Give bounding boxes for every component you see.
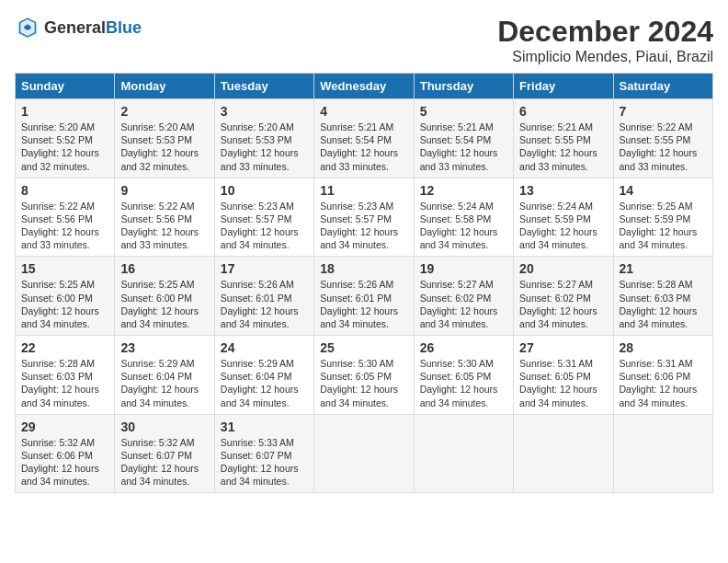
day-number: 11 bbox=[320, 183, 407, 198]
day-info: Sunrise: 5:22 AM Sunset: 5:56 PM Dayligh… bbox=[21, 200, 108, 252]
day-cell: 13 Sunrise: 5:24 AM Sunset: 5:59 PM Dayl… bbox=[514, 178, 613, 257]
header: GeneralBlue December 2024 Simplicio Mend… bbox=[15, 15, 713, 65]
day-info: Sunrise: 5:24 AM Sunset: 5:58 PM Dayligh… bbox=[420, 200, 507, 252]
day-info: Sunrise: 5:31 AM Sunset: 6:05 PM Dayligh… bbox=[519, 357, 607, 409]
day-info: Sunrise: 5:22 AM Sunset: 5:55 PM Dayligh… bbox=[620, 121, 707, 173]
day-cell: 24 Sunrise: 5:29 AM Sunset: 6:04 PM Dayl… bbox=[214, 336, 313, 415]
day-cell: 18 Sunrise: 5:26 AM Sunset: 6:01 PM Dayl… bbox=[314, 257, 414, 336]
day-cell: 9 Sunrise: 5:22 AM Sunset: 5:56 PM Dayli… bbox=[115, 178, 214, 257]
day-number: 1 bbox=[21, 104, 108, 119]
col-header-tuesday: Tuesday bbox=[214, 74, 313, 99]
day-cell: 19 Sunrise: 5:27 AM Sunset: 6:02 PM Dayl… bbox=[414, 257, 513, 336]
day-info: Sunrise: 5:29 AM Sunset: 6:04 PM Dayligh… bbox=[120, 357, 208, 409]
day-cell bbox=[613, 414, 712, 493]
day-cell: 14 Sunrise: 5:25 AM Sunset: 5:59 PM Dayl… bbox=[613, 178, 712, 257]
day-info: Sunrise: 5:20 AM Sunset: 5:52 PM Dayligh… bbox=[21, 121, 108, 173]
day-cell: 20 Sunrise: 5:27 AM Sunset: 6:02 PM Dayl… bbox=[514, 257, 613, 336]
day-number: 9 bbox=[120, 183, 208, 198]
day-info: Sunrise: 5:27 AM Sunset: 6:02 PM Dayligh… bbox=[519, 278, 607, 330]
day-info: Sunrise: 5:27 AM Sunset: 6:02 PM Dayligh… bbox=[420, 278, 507, 330]
day-info: Sunrise: 5:20 AM Sunset: 5:53 PM Dayligh… bbox=[120, 121, 208, 173]
day-info: Sunrise: 5:29 AM Sunset: 6:04 PM Dayligh… bbox=[221, 357, 308, 409]
day-number: 15 bbox=[21, 261, 108, 276]
day-cell: 1 Sunrise: 5:20 AM Sunset: 5:52 PM Dayli… bbox=[16, 99, 115, 178]
day-info: Sunrise: 5:21 AM Sunset: 5:54 PM Dayligh… bbox=[320, 121, 407, 173]
day-cell: 16 Sunrise: 5:25 AM Sunset: 6:00 PM Dayl… bbox=[115, 257, 214, 336]
day-cell: 27 Sunrise: 5:31 AM Sunset: 6:05 PM Dayl… bbox=[514, 336, 613, 415]
day-cell: 11 Sunrise: 5:23 AM Sunset: 5:57 PM Dayl… bbox=[314, 178, 414, 257]
day-cell: 12 Sunrise: 5:24 AM Sunset: 5:58 PM Dayl… bbox=[414, 178, 513, 257]
title-area: December 2024 Simplicio Mendes, Piaui, B… bbox=[497, 15, 713, 65]
day-number: 8 bbox=[21, 183, 108, 198]
day-info: Sunrise: 5:25 AM Sunset: 5:59 PM Dayligh… bbox=[620, 200, 707, 252]
day-cell: 3 Sunrise: 5:20 AM Sunset: 5:53 PM Dayli… bbox=[214, 99, 313, 178]
day-cell: 17 Sunrise: 5:26 AM Sunset: 6:01 PM Dayl… bbox=[214, 257, 313, 336]
day-number: 25 bbox=[320, 340, 407, 355]
col-header-monday: Monday bbox=[115, 74, 214, 99]
main-title: December 2024 bbox=[497, 15, 713, 49]
day-number: 12 bbox=[420, 183, 507, 198]
day-cell: 5 Sunrise: 5:21 AM Sunset: 5:54 PM Dayli… bbox=[414, 99, 513, 178]
day-cell: 30 Sunrise: 5:32 AM Sunset: 6:07 PM Dayl… bbox=[115, 414, 214, 493]
day-number: 5 bbox=[420, 104, 507, 119]
col-header-wednesday: Wednesday bbox=[314, 74, 414, 99]
day-info: Sunrise: 5:26 AM Sunset: 6:01 PM Dayligh… bbox=[320, 278, 407, 330]
day-info: Sunrise: 5:21 AM Sunset: 5:55 PM Dayligh… bbox=[519, 121, 607, 173]
day-cell bbox=[314, 414, 414, 493]
day-info: Sunrise: 5:30 AM Sunset: 6:05 PM Dayligh… bbox=[420, 357, 507, 409]
day-cell: 21 Sunrise: 5:28 AM Sunset: 6:03 PM Dayl… bbox=[613, 257, 712, 336]
day-number: 17 bbox=[221, 261, 308, 276]
day-number: 24 bbox=[221, 340, 308, 355]
day-info: Sunrise: 5:25 AM Sunset: 6:00 PM Dayligh… bbox=[120, 278, 208, 330]
day-cell: 29 Sunrise: 5:32 AM Sunset: 6:06 PM Dayl… bbox=[16, 414, 115, 493]
week-row-3: 15 Sunrise: 5:25 AM Sunset: 6:00 PM Dayl… bbox=[16, 257, 713, 336]
day-info: Sunrise: 5:30 AM Sunset: 6:05 PM Dayligh… bbox=[320, 357, 407, 409]
week-row-1: 1 Sunrise: 5:20 AM Sunset: 5:52 PM Dayli… bbox=[16, 99, 713, 178]
day-number: 21 bbox=[620, 261, 707, 276]
day-number: 28 bbox=[620, 340, 707, 355]
col-header-friday: Friday bbox=[514, 74, 613, 99]
day-number: 27 bbox=[519, 340, 607, 355]
day-info: Sunrise: 5:22 AM Sunset: 5:56 PM Dayligh… bbox=[120, 200, 208, 252]
logo: GeneralBlue bbox=[15, 15, 142, 40]
day-number: 23 bbox=[120, 340, 208, 355]
day-number: 2 bbox=[120, 104, 208, 119]
day-info: Sunrise: 5:31 AM Sunset: 6:06 PM Dayligh… bbox=[620, 357, 707, 409]
day-cell: 4 Sunrise: 5:21 AM Sunset: 5:54 PM Dayli… bbox=[314, 99, 414, 178]
day-number: 30 bbox=[120, 419, 208, 434]
day-info: Sunrise: 5:23 AM Sunset: 5:57 PM Dayligh… bbox=[320, 200, 407, 252]
day-info: Sunrise: 5:23 AM Sunset: 5:57 PM Dayligh… bbox=[221, 200, 308, 252]
day-cell: 10 Sunrise: 5:23 AM Sunset: 5:57 PM Dayl… bbox=[214, 178, 313, 257]
day-number: 19 bbox=[420, 261, 507, 276]
day-info: Sunrise: 5:28 AM Sunset: 6:03 PM Dayligh… bbox=[21, 357, 108, 409]
day-number: 13 bbox=[519, 183, 607, 198]
day-number: 31 bbox=[221, 419, 308, 434]
day-info: Sunrise: 5:21 AM Sunset: 5:54 PM Dayligh… bbox=[420, 121, 507, 173]
day-info: Sunrise: 5:26 AM Sunset: 6:01 PM Dayligh… bbox=[221, 278, 308, 330]
day-info: Sunrise: 5:28 AM Sunset: 6:03 PM Dayligh… bbox=[620, 278, 707, 330]
day-number: 10 bbox=[221, 183, 308, 198]
day-number: 14 bbox=[620, 183, 707, 198]
col-header-saturday: Saturday bbox=[613, 74, 712, 99]
col-header-sunday: Sunday bbox=[16, 74, 115, 99]
week-row-2: 8 Sunrise: 5:22 AM Sunset: 5:56 PM Dayli… bbox=[16, 178, 713, 257]
day-cell: 8 Sunrise: 5:22 AM Sunset: 5:56 PM Dayli… bbox=[16, 178, 115, 257]
calendar-table: SundayMondayTuesdayWednesdayThursdayFrid… bbox=[15, 73, 713, 493]
day-cell: 31 Sunrise: 5:33 AM Sunset: 6:07 PM Dayl… bbox=[214, 414, 313, 493]
header-row: SundayMondayTuesdayWednesdayThursdayFrid… bbox=[16, 74, 713, 99]
day-cell: 7 Sunrise: 5:22 AM Sunset: 5:55 PM Dayli… bbox=[613, 99, 712, 178]
week-row-4: 22 Sunrise: 5:28 AM Sunset: 6:03 PM Dayl… bbox=[16, 336, 713, 415]
day-cell: 22 Sunrise: 5:28 AM Sunset: 6:03 PM Dayl… bbox=[16, 336, 115, 415]
day-number: 6 bbox=[519, 104, 607, 119]
day-cell bbox=[414, 414, 513, 493]
day-cell: 23 Sunrise: 5:29 AM Sunset: 6:04 PM Dayl… bbox=[115, 336, 214, 415]
day-number: 26 bbox=[420, 340, 507, 355]
day-info: Sunrise: 5:24 AM Sunset: 5:59 PM Dayligh… bbox=[519, 200, 607, 252]
logo-general: General bbox=[44, 18, 106, 37]
day-number: 18 bbox=[320, 261, 407, 276]
logo-text: GeneralBlue bbox=[44, 18, 142, 38]
day-info: Sunrise: 5:25 AM Sunset: 6:00 PM Dayligh… bbox=[21, 278, 108, 330]
day-number: 20 bbox=[519, 261, 607, 276]
day-number: 4 bbox=[320, 104, 407, 119]
day-number: 7 bbox=[620, 104, 707, 119]
